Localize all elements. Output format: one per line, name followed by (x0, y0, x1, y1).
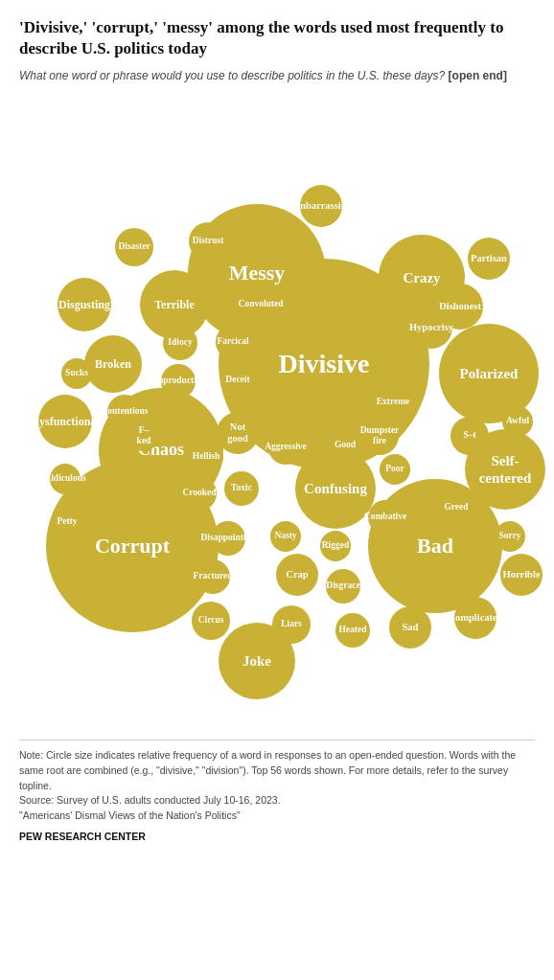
bubble-crap: Crap (276, 554, 318, 596)
bubble-chart: DivisiveCorruptMessyChaosBadPolarizedCra… (19, 96, 535, 728)
bubble-awful: Awful (502, 406, 533, 437)
page-title: 'Divisive,' 'corrupt,' 'messy' among the… (19, 17, 535, 59)
footer-quote: "Americans' Dismal Views of the Nation's… (19, 809, 241, 821)
bubble-farcical: Farcical (216, 325, 250, 359)
bubble-disgrace: Disgrace (326, 569, 360, 604)
bubble-liars: Liars (272, 605, 311, 644)
subtitle-text: What one word or phrase would you use to… (19, 69, 445, 82)
bubble-aggressive: Aggressive (268, 430, 303, 465)
footer-source: Source: Survey of U.S. adults conducted … (19, 794, 281, 806)
bubble-embarrassing: Embarrassing (300, 185, 342, 227)
footer: Note: Circle size indicates relative fre… (19, 740, 535, 845)
footer-org: PEW RESEARCH CENTER (19, 830, 535, 845)
bubble-idiocy: Idiocy (163, 326, 197, 360)
bubble-sucks: Sucks (61, 358, 92, 389)
bubble-complicated: Complicated (454, 597, 496, 639)
bubble-rigged: Rigged (320, 531, 351, 561)
footer-note: Note: Circle size indicates relative fre… (19, 749, 516, 791)
bubble-broken: Broken (84, 335, 142, 393)
bubble-dysfunctional: Dysfunctional (38, 395, 92, 448)
bubble-sorry: Sorry (495, 521, 525, 552)
bubble-horrible: Horrible (500, 554, 542, 596)
bubble-poor: Poor (380, 454, 410, 485)
bubble-combative: Combative (368, 500, 403, 535)
bubble-ridiculous: Ridiculous (50, 464, 81, 494)
bubble-toxic: Toxic (224, 471, 259, 506)
bubble-sad: Sad (389, 606, 431, 649)
bubble-good: Good (330, 430, 360, 461)
subtitle: What one word or phrase would you use to… (19, 69, 535, 82)
bubble-f–ked: F–ked (128, 421, 159, 451)
bubble-disgusting: Disgusting (58, 278, 111, 331)
bubble-unproductive: Unproductive (161, 364, 196, 399)
bubble-partisan: Partisan (468, 238, 510, 280)
bubble-petty: Petty (52, 507, 82, 537)
bubble-crooked: Crooked (182, 476, 217, 511)
subtitle-bold: [open end] (449, 69, 507, 82)
bubble-extreme: Extreme (378, 387, 408, 418)
bubble-deceit: Deceit (220, 363, 255, 398)
bubble-s–t: S–t (450, 417, 489, 455)
bubble-circus: Circus (192, 602, 230, 640)
bubble-fractured: Fractured (196, 559, 230, 594)
bubble-heated: Heated (335, 613, 370, 648)
bubble-not-good: Not good (217, 412, 259, 454)
bubble-distrust: Distrust (189, 222, 227, 261)
bubble-dumpster-fire: Dumpster fire (360, 417, 399, 455)
bubble-hellish: Hellish (189, 440, 223, 474)
bubble-greed: Greed (439, 490, 473, 525)
bubble-convoluted: Convoluted (243, 287, 278, 322)
bubble-disappointing: Disappointing (211, 521, 245, 556)
bubble-nasty: Nasty (270, 521, 301, 552)
bubble-disaster: Disaster (115, 228, 153, 266)
bubble-hypocrisy: Hypocrisy (410, 307, 452, 349)
